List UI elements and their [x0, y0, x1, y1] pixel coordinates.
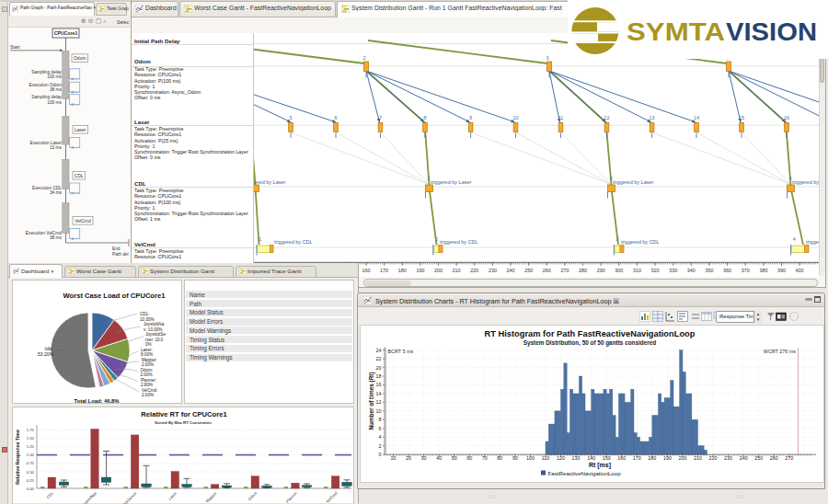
svg-text:Relative RT for CPUCore1: Relative RT for CPUCore1 [141, 410, 227, 418]
svg-text:230: 230 [724, 455, 732, 461]
svg-text:260: 260 [543, 268, 551, 273]
svg-text:15: 15 [739, 115, 744, 120]
svg-text:BCRT 5 ms: BCRT 5 ms [388, 349, 414, 354]
svg-text:18: 18 [376, 373, 382, 379]
svg-text:280: 280 [579, 268, 587, 273]
svg-text:14: 14 [376, 391, 382, 396]
svg-text:rver: 10.0: rver: 10.0 [145, 338, 164, 342]
svg-text:Execution Laser: Execution Laser [30, 141, 63, 145]
svg-text:2.00%: 2.00% [142, 393, 154, 397]
svg-text:1.00: 1.00 [27, 452, 35, 457]
svg-text:380: 380 [759, 268, 767, 273]
svg-text:3: 3 [616, 236, 619, 242]
svg-text:VelCmd:: VelCmd: [142, 388, 157, 393]
svg-text:230: 230 [489, 268, 497, 273]
svg-text:220: 220 [709, 455, 718, 461]
svg-text:110: 110 [542, 455, 550, 461]
svg-text:10: 10 [512, 115, 518, 120]
svg-text:220: 220 [470, 268, 478, 273]
svg-text:6: 6 [334, 115, 337, 120]
svg-text:240: 240 [740, 455, 748, 461]
svg-text:140: 140 [587, 455, 595, 461]
svg-text:4: 4 [793, 236, 796, 242]
svg-text:210: 210 [453, 268, 461, 273]
svg-text:300: 300 [615, 268, 623, 273]
svg-text:FastReactiveNavigationLoop: FastReactiveNavigationLoop [548, 470, 622, 476]
svg-text:16: 16 [376, 382, 382, 387]
svg-text:11: 11 [558, 115, 564, 120]
svg-text:70: 70 [482, 455, 488, 461]
svg-text:0.75: 0.75 [27, 461, 35, 465]
svg-text:13: 13 [650, 115, 655, 120]
svg-text:Start: Start [10, 44, 20, 50]
svg-text:250: 250 [754, 455, 763, 461]
svg-text:34 ms: 34 ms [50, 190, 63, 195]
svg-text:0.50: 0.50 [27, 470, 35, 475]
svg-text:20: 20 [376, 365, 382, 371]
svg-text:System Distribution, 50 of 50: System Distribution, 50 of 50 gantts con… [523, 339, 657, 347]
svg-text:120: 120 [557, 455, 565, 461]
svg-text:v: 10.00%: v: 10.00% [144, 327, 162, 332]
svg-text:20: 20 [406, 455, 411, 461]
svg-text:190: 190 [416, 268, 424, 273]
svg-text:12: 12 [376, 399, 382, 405]
svg-text:7: 7 [379, 115, 382, 120]
svg-text:Execution VelCmd: Execution VelCmd [26, 231, 63, 235]
svg-text:1.25: 1.25 [27, 444, 35, 449]
svg-text:22: 22 [376, 356, 382, 361]
svg-text:Worst Case Load of CPUCore1: Worst Case Load of CPUCore1 [63, 292, 167, 300]
svg-text:350: 350 [706, 268, 714, 273]
svg-text:53.20%: 53.20% [38, 351, 54, 357]
svg-text:100 ms: 100 ms [47, 100, 62, 105]
svg-text:130: 130 [572, 455, 581, 461]
svg-text:170: 170 [633, 455, 641, 461]
svg-text:310: 310 [633, 268, 641, 273]
svg-text:0%: 0% [145, 342, 152, 347]
svg-text:100 ms: 100 ms [47, 74, 62, 79]
svg-text:triggered by CDL: triggered by CDL [274, 239, 313, 245]
svg-text:triggered by Laser: triggered by Laser [254, 179, 285, 185]
svg-text:38 ms: 38 ms [50, 87, 63, 92]
svg-text:0.25: 0.25 [27, 478, 35, 483]
svg-text:triggered by Laser: triggered by Laser [792, 179, 819, 185]
svg-text:390: 390 [777, 268, 786, 273]
svg-text:1.75: 1.75 [27, 428, 35, 432]
svg-text:Planner:: Planner: [141, 378, 156, 383]
svg-text:Path del: Path del [112, 252, 129, 257]
svg-text:80: 80 [497, 455, 502, 461]
svg-text:12: 12 [604, 115, 609, 120]
svg-text:JoystickSe: JoystickSe [145, 332, 166, 337]
svg-text:JoystickNa: JoystickNa [144, 322, 165, 326]
svg-text:16: 16 [784, 115, 789, 120]
svg-text:triggered by CDL: triggered by CDL [621, 239, 660, 245]
svg-text:2: 2 [435, 236, 438, 242]
svg-text:240: 240 [507, 268, 515, 273]
svg-text:24: 24 [376, 348, 382, 353]
svg-text:Total Load: 46.8%: Total Load: 46.8% [75, 398, 120, 404]
svg-text:Odom: Odom [74, 55, 86, 61]
svg-text:400: 400 [796, 268, 804, 273]
svg-text:100: 100 [526, 455, 535, 461]
svg-text:360: 360 [723, 268, 731, 273]
svg-text:4: 4 [379, 434, 382, 440]
svg-text:0: 0 [379, 452, 382, 457]
svg-text:0.00: 0.00 [27, 487, 35, 491]
svg-text:160: 160 [617, 455, 626, 461]
svg-text:370: 370 [742, 268, 750, 273]
svg-text:90: 90 [512, 455, 518, 461]
svg-text:VISION: VISION [726, 17, 817, 46]
svg-text:triggered by Laser: triggered by Laser [613, 179, 653, 185]
svg-text:320: 320 [651, 268, 660, 273]
svg-text:250: 250 [524, 268, 533, 273]
svg-text:Laser:: Laser: [141, 348, 153, 352]
svg-text:190: 190 [663, 455, 672, 461]
svg-text:2: 2 [379, 443, 382, 449]
svg-text:40: 40 [436, 455, 442, 461]
svg-text:210: 210 [694, 455, 702, 461]
svg-text:Execution Odom: Execution Odom [29, 83, 62, 87]
svg-text:Odom:: Odom: [141, 368, 154, 372]
svg-text:End: End [112, 246, 121, 251]
svg-text:50: 50 [452, 455, 457, 461]
svg-text:6: 6 [379, 426, 382, 431]
svg-text:160: 160 [362, 268, 371, 273]
